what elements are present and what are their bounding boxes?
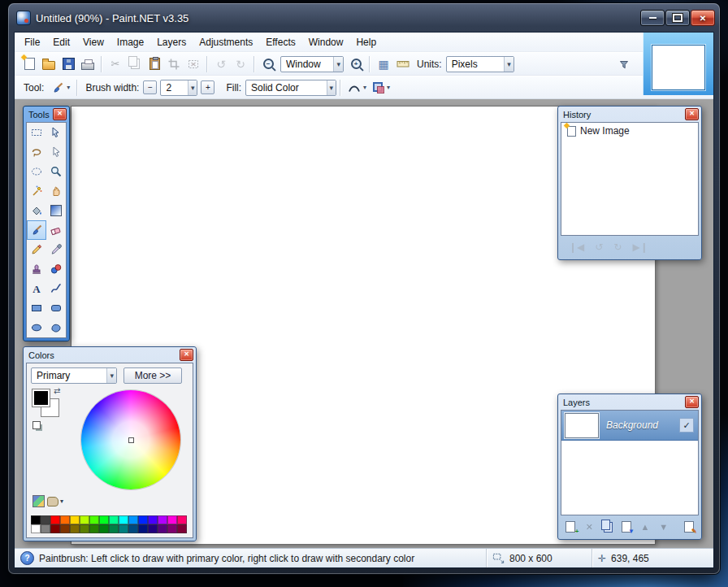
zoom-out-button[interactable]: − bbox=[258, 55, 278, 73]
palette-swatch[interactable] bbox=[138, 515, 148, 524]
maximize-button[interactable] bbox=[665, 10, 690, 26]
units-select[interactable]: Pixels▾ bbox=[446, 56, 514, 72]
menu-item-image[interactable]: Image bbox=[110, 34, 150, 50]
layer-visibility-checkbox[interactable]: ✓ bbox=[679, 418, 694, 433]
palette-swatch[interactable] bbox=[109, 524, 119, 533]
tool-rectangle-select[interactable] bbox=[27, 123, 46, 142]
fill-select[interactable]: Solid Color▾ bbox=[245, 80, 336, 96]
palette-swatch[interactable] bbox=[158, 524, 167, 533]
duplicate-layer-button[interactable] bbox=[602, 520, 614, 533]
tool-recolor[interactable] bbox=[46, 259, 66, 279]
titlebar[interactable]: Untitled (90%) - Paint.NET v3.35 ✕ bbox=[8, 3, 720, 31]
menu-item-help[interactable]: Help bbox=[349, 34, 383, 50]
brush-width-increase-button[interactable]: + bbox=[201, 80, 214, 94]
palette-swatch[interactable] bbox=[41, 515, 50, 524]
deselect-button[interactable] bbox=[184, 55, 203, 73]
copy-button[interactable] bbox=[125, 55, 145, 73]
zoom-mode-select[interactable]: Window▾ bbox=[280, 56, 344, 72]
history-undo-button[interactable]: ↺ bbox=[595, 242, 603, 252]
delete-layer-button[interactable]: ✕ bbox=[583, 520, 596, 533]
reset-colors-icon[interactable] bbox=[32, 421, 41, 429]
brush-width-select[interactable]: 2▾ bbox=[160, 80, 197, 96]
palette-swatch[interactable] bbox=[99, 515, 109, 524]
antialiasing-select[interactable]: ▾ bbox=[344, 79, 370, 97]
tool-move-selected-pixels[interactable] bbox=[46, 123, 66, 142]
layer-properties-button[interactable]: ✎ bbox=[682, 520, 695, 533]
palette-swatch[interactable] bbox=[119, 515, 128, 524]
palette-swatch[interactable] bbox=[31, 524, 41, 533]
move-layer-down-button[interactable]: ▼ bbox=[657, 520, 670, 533]
open-button[interactable] bbox=[39, 55, 58, 73]
tool-freeform-shape[interactable] bbox=[46, 318, 66, 337]
crop-button[interactable] bbox=[164, 55, 184, 73]
menu-item-file[interactable]: File bbox=[18, 34, 46, 50]
palette-swatch[interactable] bbox=[177, 524, 187, 533]
print-button[interactable] bbox=[78, 55, 98, 73]
tool-pencil[interactable] bbox=[27, 240, 46, 259]
tool-magic-wand[interactable] bbox=[27, 181, 46, 201]
swap-colors-icon[interactable]: ⇄ bbox=[54, 386, 60, 395]
history-redo-button[interactable]: ↻ bbox=[613, 242, 622, 252]
redo-button[interactable]: ↻ bbox=[231, 55, 250, 73]
undo-button[interactable]: ↺ bbox=[211, 55, 231, 73]
tool-rounded-rectangle[interactable] bbox=[46, 298, 66, 318]
zoom-in-button[interactable]: + bbox=[346, 55, 366, 73]
paste-button[interactable] bbox=[145, 55, 164, 73]
history-rewind-button[interactable]: ❙◀ bbox=[569, 242, 584, 252]
brush-width-decrease-button[interactable]: − bbox=[143, 80, 157, 94]
palette-swatch[interactable] bbox=[80, 524, 89, 533]
tool-paint-bucket[interactable] bbox=[27, 201, 46, 220]
palette-swatch[interactable] bbox=[109, 515, 119, 524]
grid-toggle-button[interactable]: ▦ bbox=[374, 55, 393, 73]
palette-swatch[interactable] bbox=[31, 515, 41, 524]
close-button[interactable]: ✕ bbox=[691, 10, 715, 26]
new-button[interactable] bbox=[20, 55, 39, 73]
menu-item-edit[interactable]: Edit bbox=[46, 34, 76, 50]
color-target-select[interactable]: Primary▾ bbox=[31, 367, 117, 384]
palette-swatch[interactable] bbox=[148, 515, 158, 524]
palette-swatch[interactable] bbox=[50, 515, 60, 524]
menu-item-view[interactable]: View bbox=[76, 34, 110, 50]
menu-item-window[interactable]: Window bbox=[302, 34, 350, 50]
tool-line-curve[interactable] bbox=[46, 279, 66, 298]
palette-swatch[interactable] bbox=[89, 515, 99, 524]
tool-text[interactable]: A bbox=[27, 279, 46, 298]
tool-paintbrush[interactable] bbox=[27, 220, 46, 240]
add-color-icon[interactable] bbox=[32, 495, 45, 507]
tool-move-selection[interactable] bbox=[46, 142, 66, 162]
blend-mode-select[interactable]: ▾ bbox=[370, 79, 393, 97]
palette-swatch[interactable] bbox=[138, 524, 148, 533]
palette-swatch[interactable] bbox=[158, 515, 167, 524]
palette-swatch[interactable] bbox=[128, 515, 138, 524]
tool-pan[interactable] bbox=[46, 181, 66, 201]
palette-swatch[interactable] bbox=[89, 524, 99, 533]
palette-menu-button[interactable]: ▾ bbox=[47, 497, 63, 507]
palette-swatch[interactable] bbox=[70, 515, 80, 524]
palette-swatch[interactable] bbox=[50, 524, 60, 533]
history-palette-close-button[interactable]: ✕ bbox=[685, 108, 699, 120]
save-button[interactable] bbox=[58, 55, 78, 73]
palette-swatch[interactable] bbox=[60, 524, 70, 533]
move-layer-up-button[interactable]: ▲ bbox=[639, 520, 651, 533]
tool-ellipse[interactable] bbox=[27, 318, 46, 337]
tool-rectangle[interactable] bbox=[27, 298, 46, 318]
minimize-button[interactable] bbox=[640, 10, 665, 26]
tool-zoom[interactable] bbox=[46, 162, 66, 181]
more-button[interactable]: More >> bbox=[124, 367, 182, 384]
tool-ellipse-select[interactable] bbox=[27, 162, 46, 181]
image-thumbnail[interactable] bbox=[652, 45, 705, 90]
menu-item-adjustments[interactable]: Adjustments bbox=[193, 34, 259, 50]
palette-swatch[interactable] bbox=[177, 515, 187, 524]
toolbar-overflow-button[interactable] bbox=[614, 55, 634, 73]
palette-swatch[interactable] bbox=[99, 524, 109, 533]
history-item-new-image[interactable]: New Image bbox=[561, 123, 698, 139]
layer-row-background[interactable]: Background ✓ bbox=[561, 411, 698, 441]
tool-lasso-select[interactable] bbox=[27, 142, 46, 162]
palette-swatch[interactable] bbox=[80, 515, 89, 524]
menu-item-effects[interactable]: Effects bbox=[259, 34, 301, 50]
ruler-toggle-button[interactable] bbox=[393, 55, 413, 73]
tool-clone-stamp[interactable] bbox=[27, 259, 46, 279]
add-layer-button[interactable]: + bbox=[565, 520, 577, 533]
palette-swatch[interactable] bbox=[60, 515, 70, 524]
primary-color-swatch[interactable] bbox=[32, 389, 50, 407]
